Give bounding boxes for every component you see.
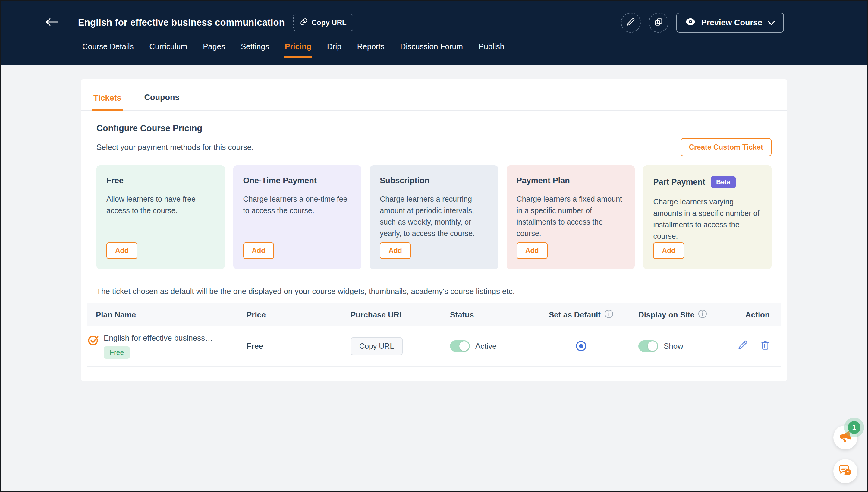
edit-course-button[interactable]	[621, 13, 641, 32]
duplicate-icon	[654, 17, 663, 28]
course-nav-tabs: Course Details Curriculum Pages Settings…	[82, 42, 784, 58]
edit-pencil-icon	[738, 343, 748, 352]
col-action: Action	[736, 310, 781, 320]
nav-tab-discussion-forum[interactable]: Discussion Forum	[400, 42, 463, 58]
display-toggle[interactable]	[638, 340, 658, 352]
payment-method-cards: Free Allow learners to have free access …	[97, 165, 771, 269]
section-subheading: Select your payment methods for this cou…	[97, 143, 254, 152]
trash-icon	[760, 343, 771, 352]
display-on-site-cell: Show	[629, 340, 736, 352]
card-part-payment-add-button[interactable]: Add	[653, 242, 684, 259]
card-one-time-title: One-Time Payment	[243, 176, 317, 186]
action-cell	[736, 340, 781, 353]
preview-course-label: Preview Course	[701, 18, 762, 27]
header-divider	[67, 16, 67, 29]
row-copy-url-button[interactable]: Copy URL	[351, 337, 403, 355]
display-label: Show	[664, 342, 683, 351]
back-button[interactable]	[45, 17, 59, 28]
status-toggle[interactable]	[450, 340, 470, 352]
status-label: Active	[475, 342, 497, 351]
nav-tab-pages[interactable]: Pages	[202, 42, 226, 58]
edit-ticket-button[interactable]	[738, 340, 748, 353]
announcement-count-badge: 1	[848, 421, 861, 434]
pricing-subtabs: Tickets Coupons	[81, 79, 787, 110]
tickets-table: Plan Name Price Purchase URL Status Set …	[87, 303, 781, 367]
section-heading: Configure Course Pricing	[97, 123, 771, 133]
card-subscription-title: Subscription	[380, 176, 430, 186]
course-title: English for effective business communica…	[78, 17, 285, 28]
help-chat-icon: ?	[838, 463, 852, 479]
panel-bottom-padding	[97, 367, 771, 381]
set-as-default-label: Set as Default	[549, 310, 601, 320]
nav-tab-curriculum[interactable]: Curriculum	[149, 42, 188, 58]
card-part-payment: Part Payment Beta Charge learners varyin…	[643, 165, 771, 269]
display-on-site-label: Display on Site	[638, 310, 694, 320]
plan-name: English for effective business…	[104, 334, 213, 343]
col-plan-name: Plan Name	[87, 310, 237, 320]
status-cell: Active	[441, 340, 533, 352]
price-cell: Free	[237, 342, 341, 351]
card-payment-plan-description: Charge learners a fixed amount in a spec…	[517, 193, 625, 239]
check-circle-icon	[87, 334, 99, 348]
price-value: Free	[247, 342, 263, 351]
announcements-fab[interactable]: 1	[833, 425, 858, 449]
card-free-title: Free	[106, 176, 124, 186]
col-purchase-url: Purchase URL	[341, 310, 441, 320]
delete-ticket-button[interactable]	[760, 340, 771, 353]
card-subscription-add-button[interactable]: Add	[380, 242, 411, 259]
table-row: English for effective business… Free Fre…	[87, 326, 781, 367]
app-header: English for effective business communica…	[1, 1, 867, 65]
nav-tab-course-details[interactable]: Course Details	[82, 42, 134, 58]
pricing-panel: Tickets Coupons Configure Course Pricing…	[81, 79, 787, 381]
nav-tab-settings[interactable]: Settings	[240, 42, 270, 58]
create-custom-ticket-button[interactable]: Create Custom Ticket	[681, 138, 771, 156]
svg-text:?: ?	[847, 469, 849, 474]
tab-tickets[interactable]: Tickets	[92, 94, 123, 110]
duplicate-course-button[interactable]	[648, 13, 668, 32]
card-payment-plan: Payment Plan Charge learners a fixed amo…	[507, 165, 635, 269]
pencil-icon	[626, 18, 635, 28]
nav-tab-reports[interactable]: Reports	[357, 42, 385, 58]
header-copy-url-button[interactable]: Copy URL	[293, 14, 353, 31]
eye-icon	[685, 18, 696, 28]
set-as-default-cell	[533, 341, 629, 351]
configure-pricing-section: Configure Course Pricing Select your pay…	[81, 110, 787, 381]
card-free-description: Allow learners to have free access to th…	[106, 193, 215, 216]
beta-badge: Beta	[711, 176, 736, 188]
nav-tab-drip[interactable]: Drip	[326, 42, 342, 58]
plan-name-cell: English for effective business… Free	[87, 334, 237, 359]
col-set-as-default: Set as Default	[533, 309, 629, 320]
card-payment-plan-add-button[interactable]: Add	[517, 242, 547, 259]
card-free: Free Allow learners to have free access …	[97, 165, 225, 269]
card-subscription-description: Charge learners a recurring amount at pe…	[380, 193, 488, 239]
plan-info: English for effective business… Free	[104, 334, 213, 359]
col-display-on-site: Display on Site	[629, 309, 736, 320]
card-payment-plan-title: Payment Plan	[517, 176, 570, 186]
preview-course-button[interactable]: Preview Course	[676, 13, 784, 32]
table-header-row: Plan Name Price Purchase URL Status Set …	[87, 303, 781, 326]
card-free-add-button[interactable]: Add	[106, 242, 137, 259]
plan-type-badge: Free	[104, 346, 130, 359]
default-radio[interactable]	[576, 341, 586, 351]
col-price: Price	[237, 310, 341, 320]
col-status: Status	[441, 310, 533, 320]
card-one-time-payment: One-Time Payment Charge learners a one-t…	[233, 165, 362, 269]
nav-tab-publish[interactable]: Publish	[478, 42, 505, 58]
header-copy-url-label: Copy URL	[312, 18, 347, 27]
card-one-time-description: Charge learners a one-time fee to access…	[243, 193, 352, 216]
card-subscription: Subscription Charge learners a recurring…	[370, 165, 498, 269]
main-content: Tickets Coupons Configure Course Pricing…	[1, 65, 867, 381]
card-part-payment-title: Part Payment	[653, 177, 705, 187]
card-one-time-add-button[interactable]: Add	[243, 242, 274, 259]
tab-coupons[interactable]: Coupons	[143, 93, 181, 110]
subheading-row: Select your payment methods for this cou…	[97, 138, 771, 156]
nav-tab-pricing[interactable]: Pricing	[284, 42, 312, 58]
info-icon[interactable]	[698, 309, 707, 320]
header-top-row: English for effective business communica…	[45, 8, 784, 37]
header-actions: Preview Course	[621, 13, 784, 32]
info-icon[interactable]	[604, 309, 613, 320]
help-chat-fab[interactable]: ?	[833, 459, 858, 483]
default-ticket-note: The ticket chosen as default will be the…	[97, 287, 771, 296]
back-arrow-icon	[45, 17, 59, 28]
card-part-payment-description: Charge learners varying amounts in a spe…	[653, 196, 762, 242]
